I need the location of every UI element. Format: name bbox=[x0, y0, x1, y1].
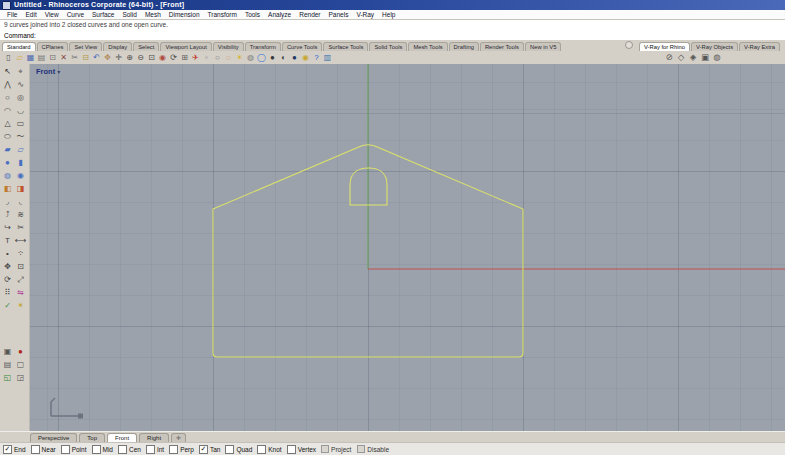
osnap-checkbox-end[interactable]: ✓ bbox=[3, 445, 12, 454]
points-icon[interactable]: ⁘ bbox=[15, 248, 27, 260]
menu-item-mesh[interactable]: Mesh bbox=[141, 10, 165, 19]
osnap-int[interactable]: Int bbox=[146, 445, 164, 454]
vray-render-red-icon[interactable]: ● bbox=[15, 346, 27, 358]
copy-object-icon[interactable]: ⊡ bbox=[15, 261, 27, 273]
toolbar-tab-set-view[interactable]: Set View bbox=[69, 42, 102, 52]
dimension-icon[interactable]: ⟷ bbox=[15, 235, 27, 247]
osnap-checkbox-int[interactable] bbox=[146, 445, 155, 454]
osnap-knot[interactable]: Knot bbox=[257, 445, 281, 454]
delete-icon[interactable]: ✕ bbox=[58, 52, 69, 63]
toolbar-tab-standard[interactable]: Standard bbox=[2, 42, 36, 52]
rotate-view-icon[interactable]: ⟳ bbox=[168, 52, 179, 63]
vray-misc-icon[interactable]: ◲ bbox=[15, 372, 27, 384]
menu-item-solid[interactable]: Solid bbox=[118, 10, 140, 19]
toolbar-tab-solid-tools[interactable]: Solid Tools bbox=[369, 42, 407, 52]
title-bar[interactable]: Untitled - Rhinoceros Corporate (64-bit)… bbox=[0, 0, 785, 10]
boolean-difference-icon[interactable]: ◨ bbox=[15, 183, 27, 195]
boolean-union-icon[interactable]: ◧ bbox=[2, 183, 14, 195]
front-viewport[interactable]: Front ▾ bbox=[30, 64, 785, 432]
render-globe-icon[interactable]: ◐ bbox=[278, 52, 289, 63]
material-sphere-icon[interactable]: ● bbox=[267, 52, 278, 63]
trim-icon[interactable]: ✂ bbox=[15, 222, 27, 234]
osnap-checkbox-mid[interactable] bbox=[92, 445, 101, 454]
layer-icon[interactable]: ◍ bbox=[245, 52, 256, 63]
vray-material-editor-icon[interactable]: ▣ bbox=[2, 346, 14, 358]
menu-item-vray[interactable]: V-Ray bbox=[352, 10, 378, 19]
menu-item-edit[interactable]: Edit bbox=[21, 10, 40, 19]
ellipse-icon[interactable]: ⬭ bbox=[2, 131, 14, 143]
freeform-curve-icon[interactable]: 〜 bbox=[15, 131, 27, 143]
vray-frame-buffer-icon[interactable]: ▣ bbox=[699, 52, 711, 63]
array-icon[interactable]: ⠿ bbox=[2, 287, 14, 299]
osnap-checkbox-cen[interactable] bbox=[118, 445, 127, 454]
help-icon[interactable]: ? bbox=[311, 52, 322, 63]
box-icon[interactable]: ▮ bbox=[15, 157, 27, 169]
circle-3pt-icon[interactable]: ◎ bbox=[15, 92, 27, 104]
menu-item-surface[interactable]: Surface bbox=[88, 10, 118, 19]
loft-icon[interactable]: ≋ bbox=[15, 209, 27, 221]
mirror-icon[interactable]: ⇋ bbox=[15, 287, 27, 299]
osnap-checkbox-tan[interactable]: ✓ bbox=[199, 445, 208, 454]
toolbar-options-icon[interactable] bbox=[625, 41, 633, 49]
control-point-curve-icon[interactable]: ∿ bbox=[15, 79, 27, 91]
osnap-tan[interactable]: ✓Tan bbox=[199, 445, 220, 454]
move-icon[interactable]: ✛ bbox=[113, 52, 124, 63]
vray-plane-icon[interactable]: ◈ bbox=[687, 52, 699, 63]
toolbar-tab-curve-tools[interactable]: Curve Tools bbox=[282, 42, 323, 52]
toolbar-tab-v-ray-objects[interactable]: V-Ray Objects bbox=[691, 42, 738, 52]
osnap-checkbox-quad[interactable] bbox=[225, 445, 234, 454]
lasso-select-icon[interactable]: ⌖ bbox=[15, 66, 27, 78]
polygon-icon[interactable]: △ bbox=[2, 118, 14, 130]
hide-object-icon[interactable]: ◦ bbox=[201, 52, 212, 63]
menu-item-view[interactable]: View bbox=[41, 10, 63, 19]
check-icon[interactable]: ✓ bbox=[2, 300, 14, 312]
menu-item-panels[interactable]: Panels bbox=[325, 10, 353, 19]
osnap-perp[interactable]: Perp bbox=[169, 445, 194, 454]
toolbar-tab-visibility[interactable]: Visibility bbox=[213, 42, 244, 52]
vray-render-icon[interactable]: ⊘ bbox=[663, 52, 675, 63]
toolbar-tab-viewport-layout[interactable]: Viewport Layout bbox=[160, 42, 211, 52]
surface-3pt-icon[interactable]: ▱ bbox=[15, 144, 27, 156]
toolbar-tab-display[interactable]: Display bbox=[103, 42, 132, 52]
scale-icon[interactable]: ⤢ bbox=[15, 274, 27, 286]
vray-options-dialog-icon[interactable]: ▢ bbox=[15, 359, 27, 371]
cut-icon[interactable]: ✂ bbox=[69, 52, 80, 63]
zoom-extents-icon[interactable]: ✈ bbox=[190, 52, 201, 63]
vray-object-icon[interactable]: ◇ bbox=[675, 52, 687, 63]
move-object-icon[interactable]: ✥ bbox=[2, 261, 14, 273]
point-icon[interactable]: • bbox=[2, 248, 14, 260]
menu-item-transform[interactable]: Transform bbox=[204, 10, 241, 19]
zoom-selected-icon[interactable]: ◉ bbox=[157, 52, 168, 63]
viewport-title[interactable]: Front ▾ bbox=[36, 67, 60, 76]
zoom-window-icon[interactable]: ⊡ bbox=[146, 52, 157, 63]
paste-icon[interactable]: ⊟ bbox=[80, 52, 91, 63]
osnap-cen[interactable]: Cen bbox=[118, 445, 141, 454]
grid-snap-icon[interactable]: ⊞ bbox=[179, 52, 190, 63]
status-button-project[interactable]: Project bbox=[321, 445, 351, 453]
copy-icon[interactable]: ⊡ bbox=[47, 52, 58, 63]
polyline-icon[interactable]: ⋀ bbox=[2, 79, 14, 91]
toolbar-tab-select[interactable]: Select bbox=[133, 42, 159, 52]
vray-options-icon[interactable]: ◍ bbox=[711, 52, 723, 63]
show-object-icon[interactable]: ○ bbox=[212, 52, 223, 63]
vray-displacement-icon[interactable]: ◱ bbox=[2, 372, 14, 384]
lock-object-icon[interactable]: ◌ bbox=[223, 52, 234, 63]
rotate-icon[interactable]: ⟳ bbox=[2, 274, 14, 286]
status-button-disable[interactable]: Disable bbox=[357, 445, 389, 453]
zoom-out-icon[interactable]: ⊖ bbox=[135, 52, 146, 63]
toolbar-tab-transform[interactable]: Transform bbox=[245, 42, 281, 52]
menu-item-help[interactable]: Help bbox=[378, 10, 399, 19]
extrude-icon[interactable]: ⤴ bbox=[2, 209, 14, 221]
fillet-edge-icon[interactable]: ◞ bbox=[2, 196, 14, 208]
sphere-icon[interactable]: ● bbox=[2, 157, 14, 169]
properties-ball-icon[interactable]: ◯ bbox=[256, 52, 267, 63]
osnap-checkbox-vertex[interactable] bbox=[287, 445, 296, 454]
light-icon[interactable]: ☀ bbox=[234, 52, 245, 63]
menu-item-analyze[interactable]: Analyze bbox=[264, 10, 295, 19]
chamfer-icon[interactable]: ◟ bbox=[15, 196, 27, 208]
toolbar-tab-cplanes[interactable]: CPlanes bbox=[37, 42, 69, 52]
toolbar-tab-render-tools[interactable]: Render Tools bbox=[480, 42, 524, 52]
zoom-in-icon[interactable]: ⊕ bbox=[124, 52, 135, 63]
tube-icon[interactable]: ◉ bbox=[15, 170, 27, 182]
fillet-curve-icon[interactable]: ↪ bbox=[2, 222, 14, 234]
